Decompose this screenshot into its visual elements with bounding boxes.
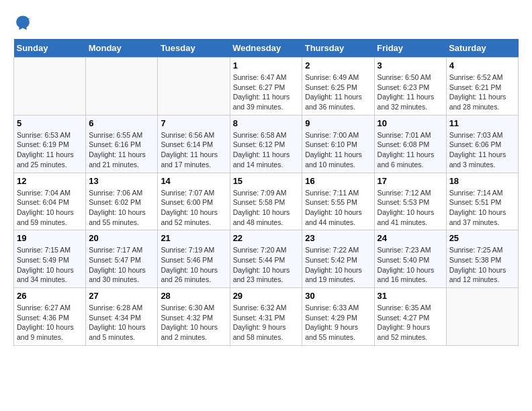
day-content: Sunrise: 7:04 AM Sunset: 6:04 PM Dayligh… [17, 188, 83, 228]
calendar-cell: 9Sunrise: 7:00 AM Sunset: 6:10 PM Daylig… [302, 115, 374, 173]
day-content: Sunrise: 6:55 AM Sunset: 6:16 PM Dayligh… [89, 130, 154, 170]
calendar-cell: 5Sunrise: 6:53 AM Sunset: 6:19 PM Daylig… [14, 115, 86, 173]
day-content: Sunrise: 7:11 AM Sunset: 5:55 PM Dayligh… [305, 188, 371, 228]
day-number: 9 [305, 118, 371, 128]
calendar-cell: 11Sunrise: 7:03 AM Sunset: 6:06 PM Dayli… [446, 115, 518, 173]
calendar-cell: 23Sunrise: 7:22 AM Sunset: 5:42 PM Dayli… [302, 230, 374, 288]
calendar-cell: 14Sunrise: 7:07 AM Sunset: 6:00 PM Dayli… [158, 173, 230, 230]
day-number: 16 [305, 176, 371, 186]
calendar-cell: 10Sunrise: 7:01 AM Sunset: 6:08 PM Dayli… [374, 115, 446, 173]
day-number: 29 [233, 291, 300, 301]
day-content: Sunrise: 7:19 AM Sunset: 5:46 PM Dayligh… [161, 245, 226, 285]
day-content: Sunrise: 7:17 AM Sunset: 5:47 PM Dayligh… [89, 245, 154, 285]
day-content: Sunrise: 6:27 AM Sunset: 4:36 PM Dayligh… [17, 303, 83, 342]
calendar-cell: 21Sunrise: 7:19 AM Sunset: 5:46 PM Dayli… [158, 230, 230, 288]
day-number: 26 [17, 291, 83, 301]
calendar-table: SundayMondayTuesdayWednesdayThursdayFrid… [13, 39, 519, 346]
day-content: Sunrise: 6:47 AM Sunset: 6:27 PM Dayligh… [233, 73, 300, 112]
column-header-thursday: Thursday [302, 39, 374, 58]
day-number: 8 [233, 118, 300, 128]
day-content: Sunrise: 7:06 AM Sunset: 6:02 PM Dayligh… [89, 188, 154, 228]
logo-icon [13, 13, 32, 32]
calendar-cell: 4Sunrise: 6:52 AM Sunset: 6:21 PM Daylig… [446, 58, 518, 116]
day-content: Sunrise: 7:25 AM Sunset: 5:38 PM Dayligh… [449, 245, 515, 285]
calendar-cell: 31Sunrise: 6:35 AM Sunset: 4:27 PM Dayli… [374, 288, 446, 346]
day-number: 13 [89, 176, 154, 186]
day-content: Sunrise: 6:49 AM Sunset: 6:25 PM Dayligh… [305, 73, 371, 112]
calendar-cell: 27Sunrise: 6:28 AM Sunset: 4:34 PM Dayli… [86, 288, 158, 346]
day-number: 15 [233, 176, 300, 186]
day-number: 23 [305, 233, 371, 243]
day-number: 28 [161, 291, 226, 301]
day-content: Sunrise: 6:30 AM Sunset: 4:32 PM Dayligh… [161, 303, 226, 342]
column-header-saturday: Saturday [446, 39, 518, 58]
calendar-cell: 8Sunrise: 6:58 AM Sunset: 6:12 PM Daylig… [230, 115, 302, 173]
day-content: Sunrise: 7:15 AM Sunset: 5:49 PM Dayligh… [17, 245, 83, 285]
calendar-cell: 24Sunrise: 7:23 AM Sunset: 5:40 PM Dayli… [374, 230, 446, 288]
day-number: 11 [449, 118, 515, 128]
calendar-cell [14, 58, 86, 116]
column-header-monday: Monday [86, 39, 158, 58]
calendar-cell: 20Sunrise: 7:17 AM Sunset: 5:47 PM Dayli… [86, 230, 158, 288]
day-content: Sunrise: 7:22 AM Sunset: 5:42 PM Dayligh… [305, 245, 371, 285]
day-number: 17 [378, 176, 443, 186]
calendar-cell [86, 58, 158, 116]
day-content: Sunrise: 7:20 AM Sunset: 5:44 PM Dayligh… [233, 245, 300, 285]
calendar-cell: 29Sunrise: 6:32 AM Sunset: 4:31 PM Dayli… [230, 288, 302, 346]
day-content: Sunrise: 6:50 AM Sunset: 6:23 PM Dayligh… [378, 73, 443, 112]
calendar-cell: 3Sunrise: 6:50 AM Sunset: 6:23 PM Daylig… [374, 58, 446, 116]
calendar-cell: 28Sunrise: 6:30 AM Sunset: 4:32 PM Dayli… [158, 288, 230, 346]
day-number: 10 [378, 118, 443, 128]
calendar-week-row: 19Sunrise: 7:15 AM Sunset: 5:49 PM Dayli… [14, 230, 519, 288]
day-content: Sunrise: 6:53 AM Sunset: 6:19 PM Dayligh… [17, 130, 83, 170]
day-number: 3 [378, 60, 443, 71]
day-content: Sunrise: 6:52 AM Sunset: 6:21 PM Dayligh… [449, 73, 515, 112]
calendar-cell: 19Sunrise: 7:15 AM Sunset: 5:49 PM Dayli… [14, 230, 86, 288]
day-number: 12 [17, 176, 83, 186]
day-number: 5 [17, 118, 83, 128]
day-number: 19 [17, 233, 83, 243]
calendar-week-row: 5Sunrise: 6:53 AM Sunset: 6:19 PM Daylig… [14, 115, 519, 173]
day-content: Sunrise: 6:58 AM Sunset: 6:12 PM Dayligh… [233, 130, 300, 170]
calendar-week-row: 12Sunrise: 7:04 AM Sunset: 6:04 PM Dayli… [14, 173, 519, 230]
day-content: Sunrise: 7:00 AM Sunset: 6:10 PM Dayligh… [305, 130, 371, 170]
day-content: Sunrise: 7:01 AM Sunset: 6:08 PM Dayligh… [378, 130, 443, 170]
calendar-week-row: 1Sunrise: 6:47 AM Sunset: 6:27 PM Daylig… [14, 58, 519, 116]
day-number: 14 [161, 176, 226, 186]
day-content: Sunrise: 6:35 AM Sunset: 4:27 PM Dayligh… [378, 303, 443, 342]
page-header [13, 13, 519, 32]
calendar-cell [158, 58, 230, 116]
day-content: Sunrise: 6:32 AM Sunset: 4:31 PM Dayligh… [233, 303, 300, 342]
day-number: 30 [305, 291, 371, 301]
calendar-cell: 17Sunrise: 7:12 AM Sunset: 5:53 PM Dayli… [374, 173, 446, 230]
calendar-cell: 6Sunrise: 6:55 AM Sunset: 6:16 PM Daylig… [86, 115, 158, 173]
calendar-cell: 13Sunrise: 7:06 AM Sunset: 6:02 PM Dayli… [86, 173, 158, 230]
day-number: 25 [449, 233, 515, 243]
calendar-cell: 7Sunrise: 6:56 AM Sunset: 6:14 PM Daylig… [158, 115, 230, 173]
day-number: 20 [89, 233, 154, 243]
column-header-friday: Friday [374, 39, 446, 58]
day-number: 27 [89, 291, 154, 301]
day-content: Sunrise: 7:23 AM Sunset: 5:40 PM Dayligh… [378, 245, 443, 285]
calendar-cell: 12Sunrise: 7:04 AM Sunset: 6:04 PM Dayli… [14, 173, 86, 230]
calendar-week-row: 26Sunrise: 6:27 AM Sunset: 4:36 PM Dayli… [14, 288, 519, 346]
column-header-tuesday: Tuesday [158, 39, 230, 58]
calendar-header-row: SundayMondayTuesdayWednesdayThursdayFrid… [14, 39, 519, 58]
logo [13, 13, 34, 32]
day-content: Sunrise: 6:33 AM Sunset: 4:29 PM Dayligh… [305, 303, 371, 342]
day-number: 6 [89, 118, 154, 128]
day-content: Sunrise: 6:28 AM Sunset: 4:34 PM Dayligh… [89, 303, 154, 342]
calendar-cell: 2Sunrise: 6:49 AM Sunset: 6:25 PM Daylig… [302, 58, 374, 116]
day-number: 18 [449, 176, 515, 186]
calendar-cell: 30Sunrise: 6:33 AM Sunset: 4:29 PM Dayli… [302, 288, 374, 346]
day-content: Sunrise: 7:03 AM Sunset: 6:06 PM Dayligh… [449, 130, 515, 170]
calendar-cell [446, 288, 518, 346]
day-number: 7 [161, 118, 226, 128]
day-number: 24 [378, 233, 443, 243]
calendar-cell: 26Sunrise: 6:27 AM Sunset: 4:36 PM Dayli… [14, 288, 86, 346]
day-content: Sunrise: 7:12 AM Sunset: 5:53 PM Dayligh… [378, 188, 443, 228]
day-content: Sunrise: 7:14 AM Sunset: 5:51 PM Dayligh… [449, 188, 515, 228]
day-number: 4 [449, 60, 515, 71]
day-number: 2 [305, 60, 371, 71]
day-number: 31 [378, 291, 443, 301]
